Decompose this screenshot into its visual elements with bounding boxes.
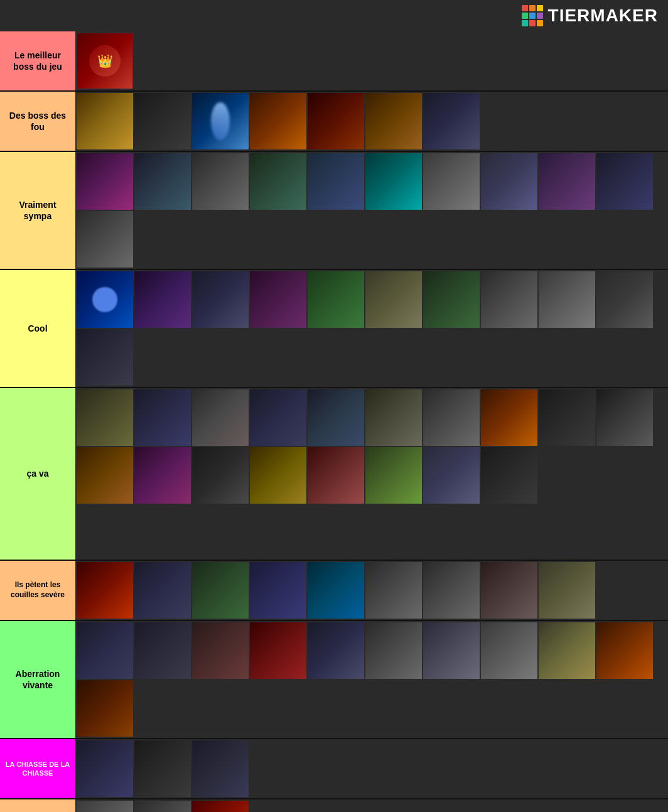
boss-item[interactable] bbox=[134, 389, 191, 446]
boss-item[interactable] bbox=[77, 153, 133, 210]
boss-item[interactable] bbox=[365, 447, 422, 504]
tier-label-f: Aberration vivante bbox=[0, 621, 75, 738]
tier-content-s: 👑 bbox=[75, 31, 668, 90]
boss-item[interactable] bbox=[192, 740, 249, 797]
boss-item[interactable] bbox=[423, 93, 480, 149]
boss-item[interactable] bbox=[308, 271, 364, 328]
boss-item[interactable] bbox=[423, 622, 480, 679]
boss-item[interactable] bbox=[77, 211, 133, 268]
tier-list: Le meilleur boss du jeu 👑 Des boss des f… bbox=[0, 31, 668, 812]
tier-label-a: Des boss des fou bbox=[0, 92, 75, 151]
boss-item[interactable] bbox=[539, 562, 595, 619]
boss-item[interactable] bbox=[192, 93, 249, 149]
tier-content-d bbox=[75, 388, 668, 560]
tier-label-b: Vraiment sympa bbox=[0, 152, 75, 269]
tier-content-a bbox=[75, 92, 668, 151]
boss-item[interactable] bbox=[77, 801, 133, 812]
boss-item[interactable] bbox=[250, 622, 306, 679]
boss-item[interactable] bbox=[596, 622, 653, 679]
tier-row-g: LA CHIASSE DE LA CHIASSE bbox=[0, 739, 668, 799]
tier-label-d: ça va bbox=[0, 388, 75, 560]
boss-item[interactable] bbox=[77, 680, 133, 737]
tier-label-s: Le meilleur boss du jeu bbox=[0, 31, 75, 90]
tier-row-f: Aberration vivante bbox=[0, 621, 668, 739]
boss-item[interactable] bbox=[77, 329, 133, 386]
tier-label-h: Daron de Bragi bbox=[0, 799, 75, 812]
boss-item[interactable] bbox=[481, 562, 537, 619]
boss-item[interactable] bbox=[481, 153, 537, 210]
boss-item[interactable] bbox=[77, 622, 133, 679]
header: TiERMAKER bbox=[0, 0, 668, 31]
boss-item[interactable] bbox=[596, 389, 653, 446]
boss-item[interactable] bbox=[365, 93, 422, 149]
boss-item[interactable]: 👑 bbox=[77, 33, 133, 89]
boss-item[interactable] bbox=[77, 389, 133, 446]
boss-item[interactable] bbox=[77, 447, 133, 504]
boss-item[interactable] bbox=[134, 153, 191, 210]
boss-item[interactable] bbox=[192, 801, 249, 812]
boss-item[interactable] bbox=[423, 271, 480, 328]
tier-label-g: LA CHIASSE DE LA CHIASSE bbox=[0, 739, 75, 798]
boss-item[interactable] bbox=[481, 389, 537, 446]
tier-row-h: Daron de Bragi bbox=[0, 799, 668, 812]
tier-label-c: Cool bbox=[0, 270, 75, 387]
tier-content-f bbox=[75, 621, 668, 738]
logo: TiERMAKER bbox=[522, 5, 658, 26]
boss-item[interactable] bbox=[250, 153, 306, 210]
boss-item[interactable] bbox=[134, 740, 191, 797]
boss-item[interactable] bbox=[250, 93, 306, 149]
boss-item[interactable] bbox=[365, 389, 422, 446]
boss-item[interactable] bbox=[250, 562, 306, 619]
boss-item[interactable] bbox=[423, 447, 480, 504]
boss-item[interactable] bbox=[250, 271, 306, 328]
boss-item[interactable] bbox=[250, 447, 306, 504]
boss-item[interactable] bbox=[192, 447, 249, 504]
boss-item[interactable] bbox=[539, 153, 595, 210]
tier-row-a: Des boss des fou bbox=[0, 92, 668, 152]
boss-item[interactable] bbox=[365, 562, 422, 619]
boss-item[interactable] bbox=[308, 562, 364, 619]
boss-item[interactable] bbox=[365, 622, 422, 679]
boss-item[interactable] bbox=[77, 562, 133, 619]
tier-row-e: Ils pètent les couilles sevère bbox=[0, 561, 668, 621]
boss-item[interactable] bbox=[308, 93, 364, 149]
boss-item[interactable] bbox=[481, 447, 537, 504]
boss-item[interactable] bbox=[77, 740, 133, 797]
boss-item[interactable] bbox=[192, 389, 249, 446]
boss-item[interactable] bbox=[365, 271, 422, 328]
boss-item[interactable] bbox=[365, 153, 422, 210]
boss-item[interactable] bbox=[423, 562, 480, 619]
boss-item[interactable] bbox=[423, 389, 480, 446]
boss-item[interactable] bbox=[481, 271, 537, 328]
boss-item[interactable] bbox=[539, 389, 595, 446]
boss-item[interactable] bbox=[250, 389, 306, 446]
boss-item[interactable] bbox=[596, 271, 653, 328]
boss-item[interactable] bbox=[77, 93, 133, 149]
boss-item[interactable] bbox=[134, 801, 191, 812]
boss-item[interactable] bbox=[192, 622, 249, 679]
boss-item[interactable] bbox=[308, 389, 364, 446]
boss-item[interactable] bbox=[539, 622, 595, 679]
boss-item[interactable] bbox=[192, 562, 249, 619]
tier-row-d: ça va bbox=[0, 388, 668, 561]
boss-item[interactable] bbox=[596, 153, 653, 210]
boss-item[interactable] bbox=[192, 271, 249, 328]
boss-item[interactable] bbox=[308, 622, 364, 679]
boss-item[interactable] bbox=[134, 271, 191, 328]
boss-item[interactable] bbox=[481, 622, 537, 679]
tier-row-b: Vraiment sympa bbox=[0, 152, 668, 270]
boss-item[interactable] bbox=[423, 153, 480, 210]
boss-item[interactable] bbox=[308, 153, 364, 210]
tier-row-c: Cool bbox=[0, 270, 668, 388]
logo-grid-icon bbox=[522, 5, 543, 26]
boss-item[interactable] bbox=[134, 562, 191, 619]
boss-item[interactable] bbox=[134, 622, 191, 679]
boss-item[interactable] bbox=[77, 271, 133, 328]
logo-text: TiERMAKER bbox=[548, 6, 658, 26]
boss-item[interactable] bbox=[192, 153, 249, 210]
boss-item[interactable] bbox=[134, 93, 191, 149]
boss-item[interactable] bbox=[539, 271, 595, 328]
boss-item[interactable] bbox=[308, 447, 364, 504]
tier-content-h bbox=[75, 799, 668, 812]
boss-item[interactable] bbox=[134, 447, 191, 504]
